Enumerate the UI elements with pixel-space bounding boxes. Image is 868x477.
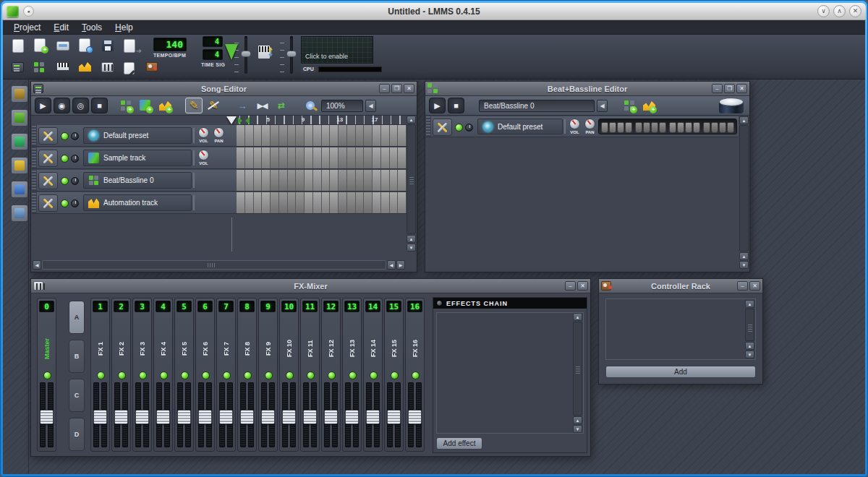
fx-channel-strip[interactable]: 11FX 11 — [300, 298, 320, 452]
grid-cell[interactable] — [237, 170, 245, 191]
grid-cell[interactable] — [381, 125, 390, 146]
grid-cell[interactable] — [330, 147, 339, 168]
fx-channel-strip[interactable]: 15FX 15 — [384, 298, 404, 452]
grid-cell[interactable] — [254, 192, 263, 213]
grid-cell[interactable] — [279, 170, 288, 191]
track-solo-knob[interactable] — [71, 199, 79, 207]
channel-label[interactable]: FX 1 — [91, 327, 109, 369]
pin-window-button[interactable]: ● — [23, 6, 34, 17]
save-project-button[interactable] — [98, 36, 118, 56]
track-mute-led[interactable] — [455, 124, 463, 132]
grid-cell[interactable] — [398, 147, 407, 168]
channel-label[interactable]: FX 10 — [280, 327, 298, 369]
scroll-left-button[interactable]: ◀ — [33, 260, 41, 270]
track-actions-button[interactable] — [433, 119, 452, 136]
edit-mode-button[interactable]: ✎ — [205, 98, 222, 113]
grid-cell[interactable] — [322, 192, 331, 213]
minimize-button[interactable]: ∨ — [817, 5, 830, 17]
track-actions-button[interactable] — [38, 127, 58, 145]
fader-handle-icon[interactable] — [303, 410, 317, 424]
grid-cell[interactable] — [322, 147, 331, 168]
track-grip-handle[interactable] — [32, 170, 37, 191]
fader-handle-icon[interactable] — [324, 410, 338, 424]
os-titlebar[interactable]: ● Untitled - LMMS 0.4.15 ∨ ∧ ✕ — [2, 3, 866, 20]
fader-handle-icon[interactable] — [366, 410, 380, 424]
track-pattern-grid[interactable] — [237, 125, 407, 146]
track-solo-knob[interactable] — [465, 124, 473, 132]
channel-label[interactable]: FX 5 — [175, 327, 193, 369]
open-project-button[interactable]: + — [31, 36, 51, 56]
scroll-right-button[interactable]: ▶ — [396, 260, 405, 270]
channel-label[interactable]: FX 13 — [343, 327, 361, 369]
transport-play-button[interactable]: ▶ — [35, 98, 51, 113]
grid-cell[interactable] — [271, 192, 279, 213]
beat-steps-strip[interactable] — [598, 119, 737, 134]
grid-cell[interactable] — [237, 147, 245, 168]
bank-b-button[interactable]: B — [69, 340, 85, 373]
transport-record-while-playing-button[interactable]: ◎ — [72, 98, 89, 113]
grid-cell[interactable] — [322, 125, 331, 146]
song-editor-minimize-button[interactable]: – — [379, 84, 390, 93]
grid-cell[interactable] — [347, 125, 356, 146]
fx-channel-strip[interactable]: 13FX 13 — [342, 298, 362, 452]
grid-cell[interactable] — [364, 170, 373, 191]
track-mute-led[interactable] — [61, 177, 69, 185]
beat-step-cell[interactable] — [703, 122, 710, 133]
grid-cell[interactable] — [296, 192, 305, 213]
beat-step-cell[interactable] — [635, 122, 642, 133]
channel-mute-led[interactable] — [43, 371, 51, 379]
fx-channel-strip[interactable]: 1FX 1 — [90, 298, 110, 452]
grid-cell[interactable] — [381, 192, 390, 213]
channel-label[interactable]: FX 9 — [259, 327, 277, 369]
scroll-up-button2[interactable]: ▲ — [573, 416, 582, 424]
grid-cell[interactable] — [254, 170, 263, 191]
sidebar-home-button[interactable] — [11, 181, 28, 198]
bb-pattern-dropdown-arrow-icon[interactable]: ◀ — [597, 100, 608, 112]
vscroll-track[interactable] — [745, 309, 754, 341]
track-name-button[interactable]: Automation track — [83, 194, 192, 211]
channel-volume-fader[interactable] — [345, 382, 359, 447]
grid-cell[interactable] — [305, 192, 313, 213]
scroll-up-button2[interactable]: ▲ — [739, 252, 749, 260]
track-solo-knob[interactable] — [71, 155, 79, 163]
channel-label[interactable]: FX 15 — [385, 327, 403, 369]
bb-editor-close-button[interactable]: ✕ — [736, 84, 747, 93]
grid-cell[interactable] — [245, 170, 254, 191]
channel-label[interactable]: FX 14 — [364, 327, 382, 369]
track-name-button[interactable]: Sample track — [83, 150, 192, 166]
toggle-automation-editor-button[interactable] — [76, 58, 95, 77]
grid-cell[interactable] — [339, 192, 347, 213]
scroll-down-button[interactable]: ▼ — [745, 351, 754, 358]
channel-label[interactable]: FX 11 — [301, 327, 319, 369]
grid-cell[interactable] — [271, 170, 279, 191]
grid-cell[interactable] — [279, 192, 288, 213]
fx-mixer-minimize-button[interactable]: – — [565, 281, 576, 291]
fader-handle-icon[interactable] — [240, 410, 254, 424]
track-grip-handle[interactable] — [32, 147, 37, 168]
grid-cell[interactable] — [330, 125, 339, 146]
master-channel-strip[interactable]: 0Master — [37, 298, 56, 452]
grid-cell[interactable] — [339, 147, 347, 168]
track-name-button[interactable]: Beat/Bassline 0 — [83, 172, 192, 189]
channel-label[interactable]: FX 4 — [154, 327, 172, 369]
grid-cell[interactable] — [347, 170, 356, 191]
toggle-fx-mixer-button[interactable] — [98, 58, 118, 77]
fx-channel-strip[interactable]: 5FX 5 — [174, 298, 194, 452]
channel-volume-fader[interactable] — [156, 382, 170, 447]
scroll-up-button[interactable]: ▲ — [407, 116, 416, 124]
fx-mixer-close-button[interactable]: ✕ — [577, 281, 588, 291]
grid-cell[interactable] — [390, 147, 399, 168]
grid-cell[interactable] — [381, 170, 390, 191]
grid-cell[interactable] — [330, 170, 339, 191]
channel-volume-fader[interactable] — [219, 382, 233, 447]
song-editor-vscrollbar[interactable]: ▲ ▲ ▼ — [407, 116, 416, 252]
menu-project[interactable]: Project — [7, 21, 47, 34]
toggle-bb-editor-button[interactable] — [31, 58, 51, 77]
controller-rack-scrollbar[interactable]: ▲ ▲ ▼ — [745, 300, 754, 358]
toggle-project-notes-button[interactable] — [121, 58, 140, 77]
grid-cell[interactable] — [356, 125, 365, 146]
grid-cell[interactable] — [347, 147, 356, 168]
bb-editor-minimize-button[interactable]: – — [712, 84, 723, 93]
menu-edit[interactable]: Edit — [47, 21, 75, 34]
grid-cell[interactable] — [364, 147, 373, 168]
